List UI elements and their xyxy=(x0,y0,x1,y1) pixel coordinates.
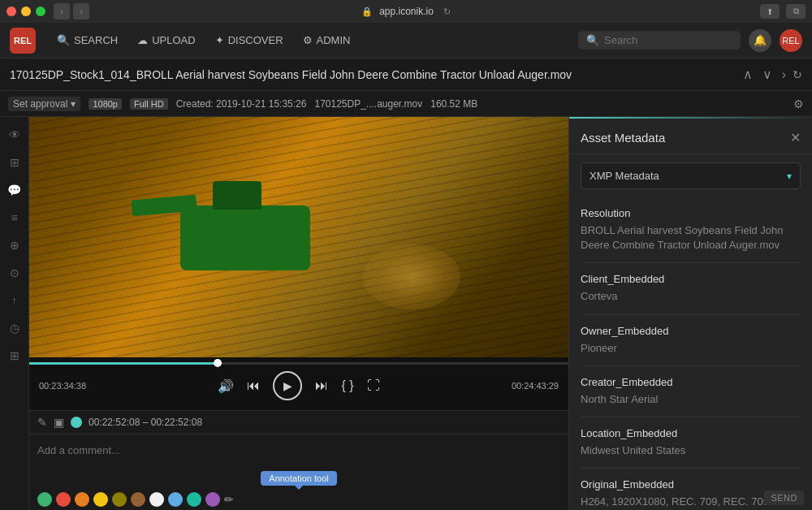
swatch-green[interactable] xyxy=(37,492,52,507)
swatch-lightblue[interactable] xyxy=(168,492,183,507)
metadata-type-label: XMP Metadata xyxy=(590,170,659,182)
annotation-pencil-icon[interactable]: ✎ xyxy=(37,416,47,429)
tractor-overlay xyxy=(164,189,326,295)
metadata-content: Resolution BROLL Aerial harvest Soybeans… xyxy=(569,197,812,510)
sidebar-upload-icon[interactable]: ↑ xyxy=(3,289,26,312)
annotation-tooltip-label: Annotation tool xyxy=(269,473,328,483)
metadata-label-creator: Creator_Embedded xyxy=(581,376,801,388)
metadata-value-resolution: BROLL Aerial harvest Soybeans Field John… xyxy=(581,223,801,253)
tractor-cab xyxy=(213,181,261,210)
upload-nav-icon: ☁ xyxy=(137,34,148,46)
swatch-teal[interactable] xyxy=(187,492,201,507)
maximize-window-button[interactable] xyxy=(36,6,45,16)
swatch-yellow[interactable] xyxy=(93,492,108,507)
annotation-bar: ✎ ▣ 00:22:52:08 – 00:22:52:08 xyxy=(29,410,568,434)
close-window-button[interactable] xyxy=(6,6,16,16)
sidebar-tag-icon[interactable]: ⊕ xyxy=(3,234,26,257)
annotation-tools: Annotation tool xyxy=(29,466,568,486)
annotation-tooltip: Annotation tool xyxy=(261,471,336,486)
metadata-value-client: Corteva xyxy=(581,289,801,304)
lock-icon: 🔒 xyxy=(361,6,373,17)
panel-title: Asset Metadata xyxy=(581,131,665,145)
comment-input[interactable] xyxy=(37,441,560,460)
search-box[interactable]: 🔍 xyxy=(578,31,741,50)
asset-title-bar: 170125DP_Stock1_014_BROLL Aerial harvest… xyxy=(0,58,812,91)
search-nav-icon: 🔍 xyxy=(57,34,70,46)
volume-button[interactable]: 🔊 xyxy=(218,378,234,394)
asset-title: 170125DP_Stock1_014_BROLL Aerial harvest… xyxy=(10,68,733,81)
video-controls: 00:23:34:38 🔊 ⏮ ▶ ⏭ { } ⛶ 00:24:43:29 xyxy=(29,357,568,410)
window-button[interactable]: ⧉ xyxy=(786,4,806,19)
panel-header: Asset Metadata ✕ xyxy=(569,119,812,154)
share-button[interactable]: ⬆ xyxy=(760,4,780,19)
send-button[interactable]: SEND xyxy=(764,491,804,505)
title-bar: ‹ › 🔒 app.iconik.io ↻ ⬆ ⧉ xyxy=(0,0,812,23)
user-avatar[interactable]: REL xyxy=(780,29,802,52)
hd-badge: Full HD xyxy=(130,98,168,110)
left-sidebar: 👁 ⊞ 💬 ≡ ⊕ ⊙ ↑ ◷ ⊞ xyxy=(0,117,29,510)
asset-prev-button[interactable]: ∧ xyxy=(740,65,756,84)
search-box-icon: 🔍 xyxy=(586,34,599,46)
swatch-brown[interactable] xyxy=(131,492,145,507)
swatch-olive[interactable] xyxy=(112,492,127,507)
sidebar-circle-icon[interactable]: ⊙ xyxy=(3,261,26,284)
video-panel: 00:23:34:38 🔊 ⏮ ▶ ⏭ { } ⛶ 00:24:43:29 ✎ … xyxy=(29,117,568,510)
nav-right: 🔔 REL xyxy=(749,29,802,52)
approval-select[interactable]: Set approval ▾ xyxy=(8,97,80,111)
nav-admin[interactable]: ⚙ ADMIN xyxy=(295,30,359,50)
fullscreen-button[interactable]: ⛶ xyxy=(367,378,380,393)
sub-toolbar-settings-icon[interactable]: ⚙ xyxy=(793,97,804,110)
nav-items: 🔍 SEARCH ☁ UPLOAD ✦ DISCOVER ⚙ ADMIN xyxy=(49,30,578,50)
metadata-field-creator: Creator_Embedded North Star Aerial xyxy=(581,366,801,417)
swatch-purple[interactable] xyxy=(205,492,220,507)
swatch-white[interactable] xyxy=(149,492,164,507)
play-button[interactable]: ▶ xyxy=(273,371,302,400)
nav-discover[interactable]: ✦ DISCOVER xyxy=(207,30,292,50)
notification-button[interactable]: 🔔 xyxy=(749,29,771,52)
rewind-button[interactable]: ⏮ xyxy=(247,378,260,393)
fast-forward-button[interactable]: ⏭ xyxy=(315,378,328,393)
metadata-label-resolution: Resolution xyxy=(581,207,801,219)
annotation-dot xyxy=(71,417,82,428)
discover-nav-label: DISCOVER xyxy=(228,34,283,46)
forward-button[interactable]: › xyxy=(73,3,89,19)
time-end: 00:24:43:29 xyxy=(512,381,559,391)
sidebar-network-icon[interactable]: ⊞ xyxy=(3,344,26,367)
comment-section xyxy=(29,434,568,466)
metadata-type-dropdown[interactable]: XMP Metadata ▾ xyxy=(581,162,801,189)
nav-search[interactable]: 🔍 SEARCH xyxy=(49,30,126,50)
asset-next-button[interactable]: ∨ xyxy=(759,65,775,84)
sidebar-chat-icon[interactable]: 💬 xyxy=(3,179,26,201)
annotation-time-range: 00:22:52:08 – 00:22:52:08 xyxy=(89,417,202,428)
annotation-video-icon[interactable]: ▣ xyxy=(54,416,64,429)
controls-row: 00:23:34:38 🔊 ⏮ ▶ ⏭ { } ⛶ 00:24:43:29 xyxy=(29,365,568,407)
metadata-value-creator: North Star Aerial xyxy=(581,392,801,407)
metadata-value-owner: Pioneer xyxy=(581,341,801,356)
asset-refresh-button[interactable]: ↻ xyxy=(793,68,802,81)
app-nav: REL 🔍 SEARCH ☁ UPLOAD ✦ DISCOVER ⚙ ADMIN… xyxy=(0,23,812,58)
filename-label: 170125DP_....auger.mov xyxy=(314,98,422,110)
pencil-tool-icon[interactable]: ✏ xyxy=(224,493,234,506)
mark-in-icon[interactable]: { } xyxy=(341,378,353,393)
back-button[interactable]: ‹ xyxy=(54,3,70,19)
resolution-badge: 1080p xyxy=(89,98,122,110)
reload-button[interactable]: ↻ xyxy=(443,6,451,17)
sub-toolbar: Set approval ▾ 1080p Full HD Created: 20… xyxy=(0,91,812,117)
nav-upload[interactable]: ☁ UPLOAD xyxy=(129,30,203,50)
swatch-orange[interactable] xyxy=(75,492,89,507)
dust-cloud xyxy=(363,244,460,309)
video-container[interactable] xyxy=(29,117,568,357)
sidebar-grid-icon[interactable]: ⊞ xyxy=(3,151,26,174)
sidebar-list-icon[interactable]: ≡ xyxy=(3,206,26,229)
right-panel: Asset Metadata ✕ XMP Metadata ▾ Resoluti… xyxy=(568,117,812,510)
panel-close-button[interactable]: ✕ xyxy=(790,130,801,145)
filesize-label: 160.52 MB xyxy=(430,98,477,110)
search-input[interactable] xyxy=(604,34,718,46)
sidebar-clock-icon[interactable]: ◷ xyxy=(3,317,26,339)
url-display: app.iconik.io xyxy=(379,6,434,17)
asset-right-button[interactable]: › xyxy=(779,66,789,84)
metadata-field-owner: Owner_Embedded Pioneer xyxy=(581,315,801,366)
swatch-red[interactable] xyxy=(56,492,71,507)
sidebar-eye-icon[interactable]: 👁 xyxy=(3,123,26,146)
minimize-window-button[interactable] xyxy=(21,6,31,16)
